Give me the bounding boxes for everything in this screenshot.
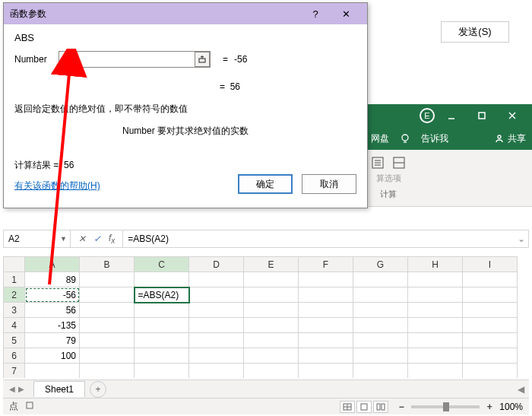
cell[interactable] bbox=[463, 287, 518, 303]
col-header[interactable]: F bbox=[299, 257, 353, 272]
cell[interactable] bbox=[463, 364, 518, 379]
zoom-slider-thumb[interactable] bbox=[443, 402, 449, 411]
cell[interactable] bbox=[80, 318, 135, 333]
cell[interactable] bbox=[463, 318, 518, 333]
cell[interactable] bbox=[299, 287, 353, 303]
cell[interactable] bbox=[244, 318, 299, 333]
cell[interactable] bbox=[189, 272, 244, 287]
cell[interactable] bbox=[463, 333, 518, 348]
cell[interactable] bbox=[299, 348, 353, 364]
cell[interactable] bbox=[353, 333, 408, 348]
cell[interactable] bbox=[189, 348, 244, 364]
cell[interactable] bbox=[244, 364, 299, 379]
cell[interactable] bbox=[408, 303, 463, 318]
cell[interactable] bbox=[353, 303, 408, 318]
spreadsheet-grid[interactable]: A B C D E F G H I 189 2-56=ABS(A2) 356 4… bbox=[3, 256, 529, 378]
add-sheet-button[interactable]: + bbox=[90, 381, 106, 398]
ok-button[interactable]: 确定 bbox=[238, 174, 293, 194]
cell[interactable] bbox=[408, 364, 463, 379]
cell[interactable] bbox=[353, 272, 408, 287]
cell[interactable] bbox=[299, 318, 353, 333]
cell[interactable] bbox=[463, 348, 518, 364]
name-box-dropdown-icon[interactable]: ▼ bbox=[60, 235, 67, 243]
cancel-formula-icon[interactable]: ✕ bbox=[78, 233, 86, 244]
cell[interactable] bbox=[353, 348, 408, 364]
cell-active[interactable]: =ABS(A2) bbox=[135, 287, 189, 303]
dialog-help-button[interactable]: ? bbox=[300, 3, 331, 24]
tab-scroll-icon[interactable]: ◀ bbox=[518, 384, 524, 395]
cell[interactable] bbox=[244, 348, 299, 364]
tab-nav-prev-icon[interactable]: ◀ bbox=[9, 385, 15, 393]
row-header[interactable]: 2 bbox=[4, 287, 25, 303]
col-header[interactable]: H bbox=[408, 257, 463, 272]
cell[interactable] bbox=[135, 348, 189, 364]
cell[interactable] bbox=[80, 272, 135, 287]
cell[interactable] bbox=[80, 287, 135, 303]
cell[interactable] bbox=[244, 303, 299, 318]
cell[interactable]: 100 bbox=[25, 348, 80, 364]
row-header[interactable]: 5 bbox=[4, 333, 25, 348]
cell[interactable] bbox=[299, 364, 353, 379]
cell[interactable] bbox=[353, 318, 408, 333]
sheet-tab[interactable]: Sheet1 bbox=[33, 381, 85, 397]
cell[interactable] bbox=[80, 333, 135, 348]
view-page-break-button[interactable] bbox=[373, 401, 388, 413]
cell[interactable] bbox=[189, 303, 244, 318]
cell[interactable] bbox=[463, 272, 518, 287]
range-picker-button[interactable] bbox=[195, 52, 210, 67]
cell[interactable] bbox=[80, 364, 135, 379]
row-header[interactable]: 7 bbox=[4, 364, 25, 379]
row-header[interactable]: 6 bbox=[4, 348, 25, 364]
zoom-out-button[interactable]: − bbox=[396, 402, 407, 412]
zoom-in-button[interactable]: + bbox=[484, 402, 495, 412]
cell[interactable] bbox=[25, 364, 80, 379]
cell[interactable] bbox=[80, 303, 135, 318]
col-header[interactable]: I bbox=[463, 257, 518, 272]
cell[interactable] bbox=[189, 287, 244, 303]
calc-now-icon[interactable] bbox=[391, 154, 407, 171]
dialog-titlebar[interactable]: 函数参数 ? ✕ bbox=[4, 3, 367, 24]
cell[interactable] bbox=[244, 333, 299, 348]
cell[interactable] bbox=[353, 287, 408, 303]
col-header[interactable]: G bbox=[353, 257, 408, 272]
function-help-link[interactable]: 有关该函数的帮助(H) bbox=[14, 180, 100, 191]
cell[interactable] bbox=[135, 303, 189, 318]
cell[interactable] bbox=[353, 364, 408, 379]
cell[interactable] bbox=[135, 364, 189, 379]
window-minimize-button[interactable] bbox=[438, 106, 465, 125]
cell[interactable] bbox=[408, 318, 463, 333]
select-all-corner[interactable] bbox=[4, 257, 25, 272]
cell[interactable] bbox=[244, 287, 299, 303]
cell[interactable] bbox=[135, 318, 189, 333]
share-button[interactable]: 共享 bbox=[494, 132, 526, 145]
col-header[interactable]: C bbox=[135, 257, 189, 272]
enter-formula-icon[interactable]: ✓ bbox=[93, 233, 101, 244]
cell[interactable] bbox=[189, 318, 244, 333]
tell-me-label[interactable]: 告诉我 bbox=[421, 132, 448, 145]
cancel-button[interactable]: 取消 bbox=[302, 174, 356, 194]
window-close-button[interactable] bbox=[499, 106, 526, 125]
row-header[interactable]: 4 bbox=[4, 318, 25, 333]
cell[interactable]: 79 bbox=[25, 333, 80, 348]
view-normal-button[interactable] bbox=[340, 401, 355, 413]
cell[interactable] bbox=[299, 333, 353, 348]
fx-icon[interactable]: fx bbox=[109, 233, 115, 245]
cell[interactable]: 56 bbox=[25, 303, 80, 318]
cell[interactable]: 89 bbox=[25, 272, 80, 287]
send-button[interactable]: 发送(S) bbox=[441, 21, 509, 43]
cell[interactable] bbox=[408, 287, 463, 303]
macro-record-icon[interactable] bbox=[24, 400, 35, 413]
arg-number-input[interactable] bbox=[59, 51, 211, 68]
cell[interactable] bbox=[408, 272, 463, 287]
calc-options-icon[interactable] bbox=[369, 154, 386, 171]
zoom-slider[interactable] bbox=[411, 405, 480, 408]
tab-nav-next-icon[interactable]: ▶ bbox=[18, 385, 24, 393]
cell[interactable] bbox=[463, 303, 518, 318]
name-box[interactable]: A2 ▼ bbox=[4, 230, 71, 247]
cell[interactable] bbox=[189, 333, 244, 348]
row-header[interactable]: 1 bbox=[4, 272, 25, 287]
cell[interactable] bbox=[189, 364, 244, 379]
col-header[interactable]: E bbox=[244, 257, 299, 272]
col-header[interactable]: A bbox=[25, 257, 80, 272]
cell[interactable] bbox=[135, 333, 189, 348]
